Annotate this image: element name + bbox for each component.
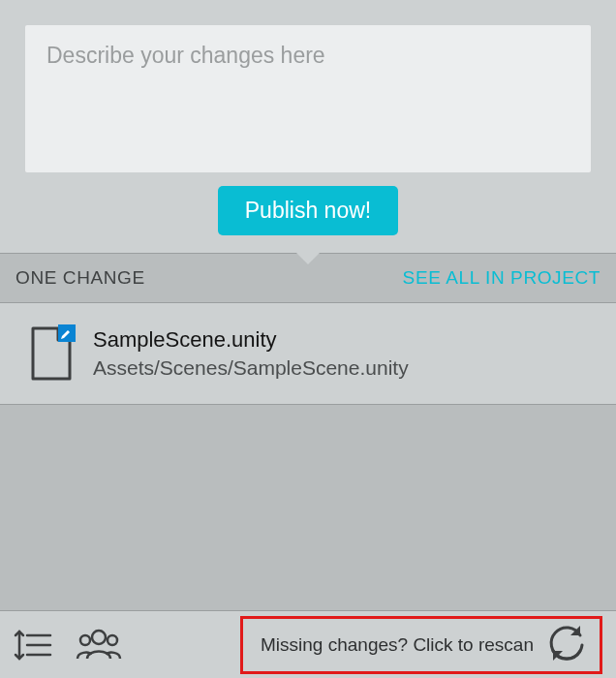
rescan-button[interactable]: Missing changes? Click to rescan <box>240 616 602 674</box>
change-file-text: SampleScene.unity Assets/Scenes/SampleSc… <box>93 327 409 380</box>
change-row[interactable]: SampleScene.unity Assets/Scenes/SampleSc… <box>0 303 616 405</box>
svg-point-6 <box>80 635 90 645</box>
collaborators-icon[interactable] <box>76 626 122 664</box>
changes-count-label: ONE CHANGE <box>15 267 145 289</box>
publish-button[interactable]: Publish now! <box>218 186 398 235</box>
compose-panel: Publish now! <box>0 0 616 253</box>
svg-point-5 <box>92 631 106 644</box>
change-file-name: SampleScene.unity <box>93 327 409 353</box>
rescan-label: Missing changes? Click to rescan <box>261 634 534 656</box>
bottom-toolbar: Missing changes? Click to rescan <box>0 610 616 678</box>
panel-pointer <box>294 251 322 264</box>
change-file-path: Assets/Scenes/SampleScene.unity <box>93 356 409 380</box>
changes-description-input[interactable] <box>25 25 591 172</box>
svg-point-7 <box>108 635 117 645</box>
empty-area <box>0 405 616 610</box>
refresh-icon <box>545 622 588 668</box>
list-settings-icon[interactable] <box>14 626 52 664</box>
see-all-in-project-link[interactable]: SEE ALL IN PROJECT <box>403 267 601 289</box>
file-modified-icon <box>29 324 76 383</box>
